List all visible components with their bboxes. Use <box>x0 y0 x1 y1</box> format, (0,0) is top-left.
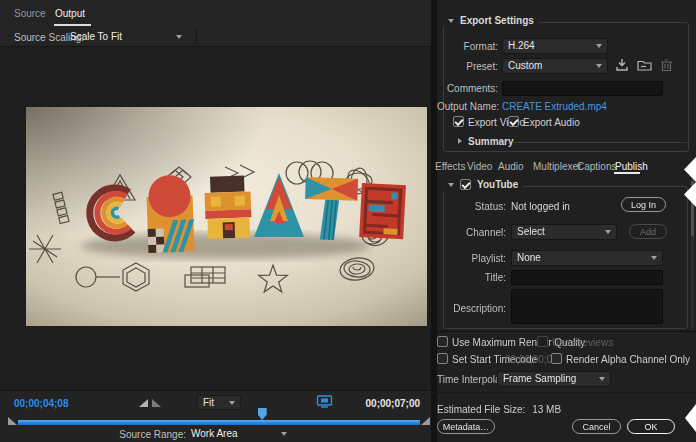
use-previews-label: Use Previews <box>552 337 613 349</box>
export-settings-dialog: Source Output Source Scaling: Scale To F… <box>0 0 696 442</box>
import-preset-button[interactable] <box>637 58 652 72</box>
status-value: Not logged in <box>511 201 570 213</box>
tab-video[interactable]: Video <box>467 161 492 172</box>
topbar-separator <box>196 29 197 45</box>
metadata-button[interactable]: Metadata… <box>437 419 495 434</box>
export-video-checkbox[interactable] <box>453 116 464 127</box>
channel-select[interactable]: Select <box>511 224 617 240</box>
source-range-select[interactable]: Work Area <box>191 428 287 439</box>
output-name-link[interactable]: CREATE Extruded.mp4 <box>502 101 607 113</box>
use-previews-checkbox <box>537 336 548 347</box>
set-out-point-button[interactable] <box>152 399 161 407</box>
export-settings-title: Export Settings <box>460 15 534 26</box>
save-preset-icon <box>615 58 629 72</box>
youtube-checkbox[interactable] <box>460 179 471 190</box>
tab-multiplexer[interactable]: Multiplexer <box>533 161 581 172</box>
save-preset-button[interactable] <box>615 58 629 72</box>
summary-rule <box>512 142 687 143</box>
timeline-right-handle[interactable] <box>421 417 430 425</box>
format-value: H.264 <box>508 39 535 53</box>
tab-output-underline <box>54 24 91 26</box>
duration-display: 00;00;07;00 <box>366 398 420 410</box>
preview-artwork: CREATE <box>26 107 427 326</box>
start-timecode-value: 00;00;00;00 <box>505 354 558 366</box>
youtube-header[interactable]: YouTube <box>443 178 523 191</box>
timeline-left-handle[interactable] <box>8 417 17 425</box>
file-size-label: Estimated File Size: <box>437 404 525 415</box>
chevron-down-icon <box>448 19 454 23</box>
preset-select[interactable]: Custom <box>502 58 608 74</box>
zoom-level-select[interactable]: Fit <box>197 395 241 410</box>
summary-toggle[interactable]: Summary <box>468 136 514 148</box>
comments-label: Comments: <box>437 83 498 95</box>
chevron-down-icon <box>605 230 611 234</box>
max-render-quality-checkbox[interactable] <box>437 336 448 347</box>
export-settings-header[interactable]: Export Settings <box>443 14 539 27</box>
cancel-button[interactable]: Cancel <box>572 419 621 434</box>
playlist-label: Playlist: <box>437 253 506 265</box>
source-scaling-value: Scale To Fit <box>70 31 122 42</box>
chevron-down-icon <box>596 64 602 68</box>
chevron-down-icon <box>176 35 182 39</box>
summary-chevron-icon[interactable] <box>458 138 462 144</box>
preset-value: Custom <box>508 59 542 73</box>
tab-captions[interactable]: Captions <box>577 161 616 172</box>
options-divider <box>431 331 696 332</box>
format-select[interactable]: H.264 <box>502 38 608 54</box>
output-name-label: Output Name: <box>437 101 498 113</box>
file-size-value: 13 MB <box>532 404 561 415</box>
comments-input[interactable] <box>502 81 663 96</box>
source-range-value: Work Area <box>191 428 238 439</box>
preset-label: Preset: <box>437 61 498 73</box>
chevron-down-icon <box>281 432 287 436</box>
status-label: Status: <box>437 201 506 213</box>
description-label: Description: <box>437 303 506 315</box>
preview-image: CREATE <box>26 107 427 326</box>
description-textarea[interactable] <box>511 289 663 324</box>
render-alpha-checkbox[interactable] <box>551 353 562 364</box>
chevron-down-icon <box>448 183 454 187</box>
current-time-display[interactable]: 00;00;04;08 <box>14 398 68 410</box>
export-audio-label: Export Audio <box>523 117 580 129</box>
ok-button[interactable]: OK <box>627 419 675 434</box>
tab-publish-underline <box>614 172 640 174</box>
chevron-down-icon <box>599 377 605 381</box>
tab-publish[interactable]: Publish <box>615 161 648 172</box>
playlist-select[interactable]: None <box>511 250 663 266</box>
tab-source[interactable]: Source <box>14 8 46 20</box>
zoom-level-value: Fit <box>203 396 214 410</box>
format-label: Format: <box>437 41 498 53</box>
delete-preset-button[interactable] <box>660 58 673 72</box>
channel-value: Select <box>517 225 545 239</box>
log-in-button[interactable]: Log In <box>621 197 666 212</box>
title-input[interactable] <box>511 270 663 285</box>
folder-icon <box>637 58 652 72</box>
source-scaling-select[interactable]: Scale To Fit <box>70 31 182 42</box>
set-start-timecode-checkbox[interactable] <box>437 353 448 364</box>
set-in-point-button[interactable] <box>139 399 148 407</box>
timeline-scrubber[interactable] <box>18 420 420 425</box>
source-range-label: Source Range: <box>118 429 186 441</box>
tab-audio[interactable]: Audio <box>498 161 524 172</box>
chevron-down-icon <box>596 44 602 48</box>
monitor-icon <box>316 394 333 409</box>
channel-label: Channel: <box>437 227 506 239</box>
tab-effects[interactable]: Effects <box>435 161 465 172</box>
footer-divider <box>431 392 696 393</box>
estimated-file-size: Estimated File Size: 13 MB <box>437 404 561 416</box>
tab-output[interactable]: Output <box>55 8 85 20</box>
add-button[interactable]: Add <box>629 224 667 239</box>
youtube-label: YouTube <box>477 179 518 190</box>
time-interpolation-select[interactable]: Frame Sampling <box>497 371 611 387</box>
trash-icon <box>660 58 673 72</box>
chevron-down-icon <box>229 401 235 405</box>
time-interpolation-value: Frame Sampling <box>503 372 576 386</box>
render-alpha-label: Render Alpha Channel Only <box>566 354 690 366</box>
export-audio-checkbox[interactable] <box>508 116 519 127</box>
playlist-value: None <box>517 251 541 265</box>
chevron-down-icon <box>651 256 657 260</box>
aspect-preview-button[interactable] <box>316 394 333 409</box>
title-label: Title: <box>437 272 506 284</box>
